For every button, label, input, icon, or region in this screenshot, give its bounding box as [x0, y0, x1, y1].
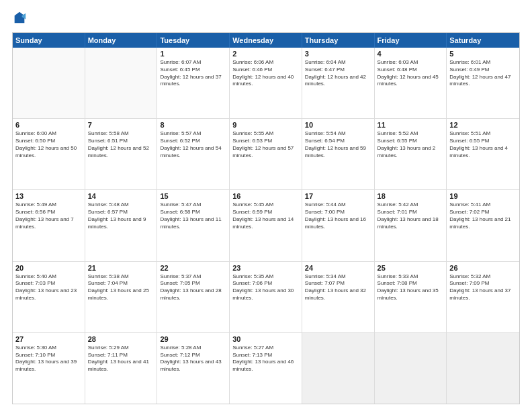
cell-content: Sunrise: 5:49 AMSunset: 6:56 PMDaylight:… — [15, 201, 82, 230]
calendar-cell: 13Sunrise: 5:49 AMSunset: 6:56 PMDayligh… — [13, 190, 85, 261]
calendar-cell: 14Sunrise: 5:48 AMSunset: 6:57 PMDayligh… — [85, 190, 158, 261]
cell-content: Sunrise: 5:44 AMSunset: 7:00 PMDaylight:… — [305, 201, 371, 230]
day-number: 4 — [378, 50, 444, 58]
cell-content: Sunrise: 5:32 AMSunset: 7:09 PMDaylight:… — [449, 273, 517, 302]
calendar-cell — [13, 48, 85, 118]
calendar-cell: 11Sunrise: 5:52 AMSunset: 6:55 PMDayligh… — [375, 119, 447, 189]
cell-content: Sunrise: 6:00 AMSunset: 6:50 PMDaylight:… — [15, 130, 82, 159]
cell-content: Sunrise: 5:29 AMSunset: 7:11 PMDaylight:… — [88, 345, 154, 373]
day-number: 12 — [449, 121, 517, 129]
calendar-cell: 19Sunrise: 5:41 AMSunset: 7:02 PMDayligh… — [447, 190, 519, 261]
header — [12, 11, 520, 26]
calendar-header-cell: Wednesday — [230, 33, 302, 48]
day-number: 17 — [305, 192, 371, 200]
cell-content: Sunrise: 5:37 AMSunset: 7:05 PMDaylight:… — [160, 273, 226, 302]
day-number: 22 — [160, 264, 226, 272]
cell-content: Sunrise: 5:42 AMSunset: 7:01 PMDaylight:… — [378, 201, 444, 230]
cell-content: Sunrise: 5:38 AMSunset: 7:04 PMDaylight:… — [88, 273, 154, 302]
cell-content: Sunrise: 5:34 AMSunset: 7:07 PMDaylight:… — [305, 273, 371, 302]
cell-content: Sunrise: 5:54 AMSunset: 6:54 PMDaylight:… — [305, 130, 371, 159]
calendar-header-cell: Friday — [375, 33, 447, 48]
cell-content: Sunrise: 6:07 AMSunset: 6:45 PMDaylight:… — [160, 59, 226, 88]
cell-content: Sunrise: 5:33 AMSunset: 7:08 PMDaylight:… — [378, 273, 444, 302]
cell-content: Sunrise: 5:47 AMSunset: 6:58 PMDaylight:… — [160, 201, 226, 230]
day-number: 19 — [449, 192, 517, 200]
calendar-cell: 6Sunrise: 6:00 AMSunset: 6:50 PMDaylight… — [13, 119, 85, 189]
day-number: 1 — [160, 50, 226, 58]
calendar-cell: 30Sunrise: 5:27 AMSunset: 7:13 PMDayligh… — [230, 333, 302, 404]
cell-content: Sunrise: 6:03 AMSunset: 6:48 PMDaylight:… — [378, 59, 444, 88]
cell-content: Sunrise: 5:27 AMSunset: 7:13 PMDaylight:… — [232, 345, 299, 373]
cell-content: Sunrise: 5:52 AMSunset: 6:55 PMDaylight:… — [378, 130, 444, 159]
calendar-cell: 22Sunrise: 5:37 AMSunset: 7:05 PMDayligh… — [157, 262, 230, 332]
day-number: 11 — [378, 121, 444, 129]
calendar-cell — [375, 333, 447, 404]
cell-content: Sunrise: 5:28 AMSunset: 7:12 PMDaylight:… — [160, 345, 226, 373]
calendar-cell: 15Sunrise: 5:47 AMSunset: 6:58 PMDayligh… — [157, 190, 230, 261]
logo-icon — [12, 11, 27, 26]
calendar-cell: 3Sunrise: 6:04 AMSunset: 6:47 PMDaylight… — [302, 48, 375, 118]
cell-content: Sunrise: 5:41 AMSunset: 7:02 PMDaylight:… — [449, 201, 517, 230]
cell-content: Sunrise: 5:51 AMSunset: 6:55 PMDaylight:… — [449, 130, 517, 159]
calendar-cell: 20Sunrise: 5:40 AMSunset: 7:03 PMDayligh… — [13, 262, 85, 332]
calendar-week: 6Sunrise: 6:00 AMSunset: 6:50 PMDaylight… — [13, 119, 519, 190]
calendar-body: 1Sunrise: 6:07 AMSunset: 6:45 PMDaylight… — [13, 48, 519, 404]
day-number: 15 — [160, 192, 226, 200]
day-number: 3 — [305, 50, 371, 58]
calendar-cell: 1Sunrise: 6:07 AMSunset: 6:45 PMDaylight… — [157, 48, 230, 118]
cell-content: Sunrise: 5:40 AMSunset: 7:03 PMDaylight:… — [15, 273, 82, 302]
calendar-week: 13Sunrise: 5:49 AMSunset: 6:56 PMDayligh… — [13, 190, 519, 261]
calendar-header-cell: Thursday — [302, 33, 375, 48]
calendar-cell: 2Sunrise: 6:06 AMSunset: 6:46 PMDaylight… — [230, 48, 302, 118]
day-number: 8 — [160, 121, 226, 129]
calendar-cell — [85, 48, 158, 118]
cell-content: Sunrise: 5:55 AMSunset: 6:53 PMDaylight:… — [232, 130, 299, 159]
page: SundayMondayTuesdayWednesdayThursdayFrid… — [0, 0, 532, 411]
day-number: 13 — [15, 192, 82, 200]
cell-content: Sunrise: 6:06 AMSunset: 6:46 PMDaylight:… — [232, 59, 299, 88]
calendar-header-cell: Monday — [85, 33, 158, 48]
day-number: 9 — [232, 121, 299, 129]
day-number: 5 — [449, 50, 517, 58]
calendar-cell: 8Sunrise: 5:57 AMSunset: 6:52 PMDaylight… — [157, 119, 230, 189]
cell-content: Sunrise: 5:58 AMSunset: 6:51 PMDaylight:… — [88, 130, 154, 159]
calendar-cell — [447, 333, 519, 404]
calendar-week: 1Sunrise: 6:07 AMSunset: 6:45 PMDaylight… — [13, 48, 519, 119]
day-number: 24 — [305, 264, 371, 272]
cell-content: Sunrise: 5:30 AMSunset: 7:10 PMDaylight:… — [15, 345, 82, 373]
calendar-cell: 4Sunrise: 6:03 AMSunset: 6:48 PMDaylight… — [375, 48, 447, 118]
logo — [12, 11, 31, 26]
calendar-cell: 21Sunrise: 5:38 AMSunset: 7:04 PMDayligh… — [85, 262, 158, 332]
day-number: 2 — [232, 50, 299, 58]
calendar-cell: 23Sunrise: 5:35 AMSunset: 7:06 PMDayligh… — [230, 262, 302, 332]
calendar-cell: 5Sunrise: 6:01 AMSunset: 6:49 PMDaylight… — [447, 48, 519, 118]
calendar-header: SundayMondayTuesdayWednesdayThursdayFrid… — [13, 33, 519, 48]
day-number: 26 — [449, 264, 517, 272]
cell-content: Sunrise: 6:01 AMSunset: 6:49 PMDaylight:… — [449, 59, 517, 88]
cell-content: Sunrise: 5:45 AMSunset: 6:59 PMDaylight:… — [232, 201, 299, 230]
day-number: 7 — [88, 121, 154, 129]
calendar-header-cell: Saturday — [447, 33, 519, 48]
calendar-week: 20Sunrise: 5:40 AMSunset: 7:03 PMDayligh… — [13, 262, 519, 333]
calendar-cell: 12Sunrise: 5:51 AMSunset: 6:55 PMDayligh… — [447, 119, 519, 189]
calendar-cell — [302, 333, 375, 404]
day-number: 28 — [88, 335, 154, 343]
cell-content: Sunrise: 5:35 AMSunset: 7:06 PMDaylight:… — [232, 273, 299, 302]
calendar-cell: 24Sunrise: 5:34 AMSunset: 7:07 PMDayligh… — [302, 262, 375, 332]
calendar-cell: 16Sunrise: 5:45 AMSunset: 6:59 PMDayligh… — [230, 190, 302, 261]
calendar-cell: 18Sunrise: 5:42 AMSunset: 7:01 PMDayligh… — [375, 190, 447, 261]
calendar-header-cell: Sunday — [13, 33, 85, 48]
day-number: 18 — [378, 192, 444, 200]
calendar-cell: 17Sunrise: 5:44 AMSunset: 7:00 PMDayligh… — [302, 190, 375, 261]
calendar-week: 27Sunrise: 5:30 AMSunset: 7:10 PMDayligh… — [13, 333, 519, 404]
calendar-cell: 9Sunrise: 5:55 AMSunset: 6:53 PMDaylight… — [230, 119, 302, 189]
day-number: 25 — [378, 264, 444, 272]
day-number: 14 — [88, 192, 154, 200]
day-number: 6 — [15, 121, 82, 129]
calendar-cell: 10Sunrise: 5:54 AMSunset: 6:54 PMDayligh… — [302, 119, 375, 189]
calendar-cell: 27Sunrise: 5:30 AMSunset: 7:10 PMDayligh… — [13, 333, 85, 404]
day-number: 30 — [232, 335, 299, 343]
day-number: 29 — [160, 335, 226, 343]
day-number: 20 — [15, 264, 82, 272]
day-number: 10 — [305, 121, 371, 129]
